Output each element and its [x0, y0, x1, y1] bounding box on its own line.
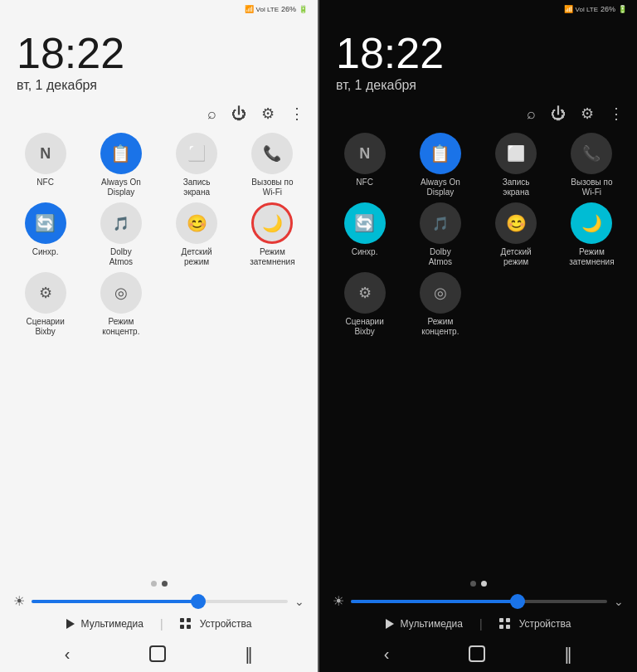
- status-bar-right: 📶 Vol LTE 26% 🔋: [319, 0, 637, 15]
- brightness-expand-left[interactable]: ⌄: [294, 595, 304, 608]
- aod-icon-right: 📋: [420, 133, 461, 174]
- settings-icon-right[interactable]: ⚙: [581, 105, 594, 123]
- brightness-expand-right[interactable]: ⌄: [614, 595, 624, 608]
- battery-icon-right: 🔋: [618, 5, 627, 13]
- qs-nfc-left[interactable]: N NFC: [10, 133, 80, 197]
- home-btn-left[interactable]: [149, 645, 166, 662]
- power-icon-right[interactable]: ⏻: [551, 105, 566, 123]
- qs-screenshot-right[interactable]: ⬜ Записьэкрана: [481, 133, 552, 197]
- search-icon-left[interactable]: ⌕: [207, 105, 216, 123]
- back-btn-left[interactable]: ‹: [65, 645, 71, 664]
- aod-label-right: Always OnDisplay: [421, 178, 460, 197]
- brightness-row-right: ☀ ⌄: [319, 590, 637, 612]
- sync-icon-left: 🔄: [25, 202, 66, 244]
- clock-time-right: 18:22: [336, 32, 620, 75]
- grid-icon-left: [180, 618, 192, 630]
- status-icons-left: 📶 Vol LTE 26% 🔋: [245, 5, 308, 13]
- darkmode-label-left: Режимзатемнения: [250, 247, 294, 267]
- qs-kids-left[interactable]: 😊 Детскийрежим: [162, 202, 232, 267]
- focus-label-left: Режимконцентр.: [102, 317, 139, 337]
- bottom-row-left: Мультимедиа | Устройства: [0, 612, 318, 635]
- qs-aod-left[interactable]: 📋 Always OnDisplay: [85, 133, 156, 197]
- darkmode-icon-right: 🌙: [571, 202, 612, 244]
- clock-area-right: 18:22 вт, 1 декабря: [319, 15, 637, 101]
- dolby-icon-left: 🎵: [100, 202, 142, 244]
- nfc-label-left: NFC: [36, 178, 54, 187]
- devices-btn-left[interactable]: Устройства: [180, 618, 252, 630]
- media-label-right: Мультимедиа: [401, 618, 463, 630]
- status-icons-right: 📶 Vol LTE 26% 🔋: [564, 5, 627, 13]
- brightness-fill-left: [32, 600, 198, 603]
- dot-2-right: [481, 581, 487, 587]
- media-label-left: Мультимедиа: [81, 618, 143, 630]
- bixby-label-right: СценарииBixby: [346, 317, 384, 337]
- qs-bixby-left[interactable]: ⚙ СценарииBixby: [10, 272, 80, 337]
- dolby-icon-right: 🎵: [420, 202, 461, 244]
- bixby-icon-left: ⚙: [25, 272, 66, 314]
- screenshot-icon-right: ⬜: [495, 133, 537, 174]
- wificall-label-right: Вызовы поWi-Fi: [571, 178, 612, 197]
- dolby-label-left: DolbyAtmos: [109, 247, 133, 267]
- darkmode-label-right: Режимзатемнения: [569, 247, 614, 267]
- wifi-icon-right: 📶: [564, 5, 573, 13]
- qs-dolby-left[interactable]: 🎵 DolbyAtmos: [85, 202, 156, 267]
- devices-label-left: Устройства: [200, 618, 252, 630]
- recent-btn-left[interactable]: ‖: [245, 644, 253, 664]
- dot-2-left: [162, 581, 168, 587]
- search-icon-right[interactable]: ⌕: [527, 105, 536, 123]
- brightness-slider-left[interactable]: [32, 600, 288, 603]
- screenshot-label-left: Записьэкрана: [183, 178, 211, 197]
- aod-icon-left: 📋: [100, 133, 142, 174]
- home-btn-right[interactable]: [469, 645, 485, 662]
- clock-time-left: 18:22: [17, 32, 301, 75]
- clock-date-left: вт, 1 декабря: [17, 78, 301, 93]
- battery-icon-left: 🔋: [299, 5, 308, 13]
- signal-text-right: Vol LTE: [576, 6, 598, 13]
- brightness-slider-right[interactable]: [351, 600, 607, 603]
- brightness-row-left: ☀ ⌄: [0, 590, 318, 612]
- qs-screenshot-left[interactable]: ⬜ Записьэкрана: [162, 133, 232, 197]
- settings-icon-left[interactable]: ⚙: [261, 105, 275, 123]
- bixby-label-left: СценарииBixby: [27, 317, 65, 337]
- kids-label-left: Детскийрежим: [182, 247, 212, 267]
- play-icon-right: [386, 619, 394, 629]
- qs-bixby-right[interactable]: ⚙ СценарииBixby: [329, 272, 400, 337]
- qs-aod-right[interactable]: 📋 Always OnDisplay: [405, 133, 475, 197]
- media-btn-right[interactable]: Мультимедиа: [386, 618, 463, 630]
- qs-focus-right[interactable]: ◎ Режимконцентр.: [405, 272, 475, 337]
- more-icon-right[interactable]: ⋮: [609, 105, 624, 123]
- wifi-icon-left: 📶: [245, 5, 254, 13]
- signal-text-left: Vol LTE: [256, 6, 279, 13]
- sync-icon-right: 🔄: [344, 202, 386, 244]
- pagination-left: [0, 574, 318, 590]
- dolby-label-right: DolbyAtmos: [429, 247, 452, 267]
- recent-btn-right[interactable]: ‖: [564, 644, 572, 664]
- nfc-icon-left: N: [25, 133, 66, 174]
- screenshot-icon-left: ⬜: [176, 133, 217, 174]
- back-btn-right[interactable]: ‹: [384, 645, 390, 664]
- qs-wificall-right[interactable]: 📞 Вызовы поWi-Fi: [557, 133, 627, 197]
- qs-darkmode-right[interactable]: 🌙 Режимзатемнения: [557, 202, 627, 267]
- kids-icon-left: 😊: [176, 202, 217, 244]
- play-icon-left: [66, 619, 75, 629]
- darkmode-icon-left: 🌙: [251, 202, 293, 244]
- qs-kids-right[interactable]: 😊 Детскийрежим: [481, 202, 552, 267]
- dot-1-right: [470, 581, 476, 587]
- nav-bar-left: ‹ ‖: [0, 635, 318, 672]
- qs-darkmode-left[interactable]: 🌙 Режимзатемнения: [237, 202, 308, 267]
- qs-wificall-left[interactable]: 📞 Вызовы поWi-Fi: [237, 133, 308, 197]
- qs-dolby-right[interactable]: 🎵 DolbyAtmos: [405, 202, 475, 267]
- qs-sync-right[interactable]: 🔄 Синхр.: [329, 202, 400, 267]
- qs-focus-left[interactable]: ◎ Режимконцентр.: [85, 272, 156, 337]
- bixby-icon-right: ⚙: [344, 272, 386, 314]
- right-phone: 📶 Vol LTE 26% 🔋 18:22 вт, 1 декабря ⌕ ⏻ …: [319, 0, 637, 672]
- qs-sync-left[interactable]: 🔄 Синхр.: [10, 202, 80, 267]
- dot-1-left: [151, 581, 157, 587]
- power-icon-left[interactable]: ⏻: [231, 105, 246, 123]
- devices-btn-right[interactable]: Устройства: [499, 618, 571, 630]
- devices-label-right: Устройства: [519, 618, 571, 630]
- qs-nfc-right[interactable]: N NFC: [329, 133, 400, 197]
- media-btn-left[interactable]: Мультимедиа: [66, 618, 143, 630]
- left-phone: 📶 Vol LTE 26% 🔋 18:22 вт, 1 декабря ⌕ ⏻ …: [0, 0, 318, 672]
- more-icon-left[interactable]: ⋮: [289, 105, 304, 123]
